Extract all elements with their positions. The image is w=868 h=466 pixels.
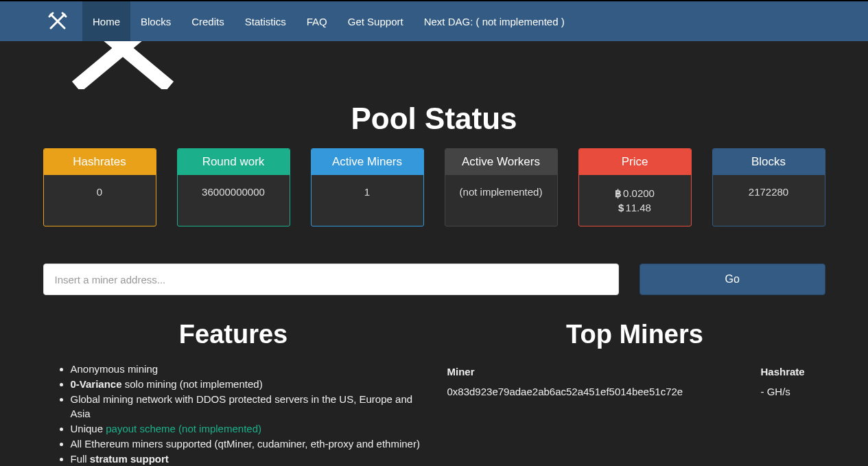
stat-workers-title: Active Workers: [445, 149, 557, 175]
stat-workers: Active Workers (not implemented): [445, 148, 558, 226]
pool-status-title: Pool Status: [43, 102, 825, 136]
stat-blocks-value: 2172280: [713, 175, 825, 209]
hero-logo: [43, 41, 825, 96]
miner-hashrate: - GH/s: [761, 386, 823, 397]
nav-credits[interactable]: Credits: [181, 1, 235, 41]
feature-item: Anonymous mining: [71, 362, 424, 377]
top-miners-title: Top Miners: [445, 320, 825, 349]
table-header-hashrate: Hashrate: [761, 366, 823, 377]
stat-price-title: Price: [579, 149, 691, 175]
dollar-icon: $: [618, 202, 624, 213]
bitcoin-icon: ฿: [615, 187, 622, 199]
features-title: Features: [43, 320, 424, 349]
nav-get-support[interactable]: Get Support: [338, 1, 414, 41]
stat-hashrates-value: 0: [44, 175, 156, 209]
stat-blocks: Blocks 2172280: [712, 148, 825, 226]
brand-logo-icon[interactable]: [43, 6, 73, 36]
stat-workers-value: (not implemented): [445, 175, 557, 209]
feature-item: Unique payout scheme (not implemented): [71, 421, 424, 436]
stat-price-btc: ฿0.0200: [582, 186, 688, 200]
table-row: 0x83d923e79adae2ab6ac52a451ef5014bee51c7…: [445, 382, 825, 401]
stat-miners-value: 1: [312, 175, 423, 209]
stat-hashrates: Hashrates 0: [43, 148, 156, 226]
go-button[interactable]: Go: [640, 264, 825, 295]
stat-roundwork: Round work 36000000000: [177, 148, 290, 226]
feature-item: All Ethereum miners supported (qtMiner, …: [71, 436, 424, 452]
nav-next-dag: Next DAG: ( not implemented ): [414, 1, 575, 41]
miner-address-input[interactable]: [43, 264, 620, 295]
stat-miners: Active Miners 1: [311, 148, 424, 226]
features-section: Features Anonymous mining 0-Variance sol…: [43, 320, 424, 466]
stats-row: Hashrates 0 Round work 36000000000 Activ…: [43, 148, 825, 226]
stat-miners-title: Active Miners: [312, 149, 423, 175]
feature-item: 0-Variance solo mining (not implemented): [71, 377, 424, 392]
feature-item: Full stratum support: [71, 452, 424, 467]
stat-blocks-title: Blocks: [713, 149, 825, 175]
nav-home[interactable]: Home: [82, 1, 130, 41]
nav-faq[interactable]: FAQ: [296, 1, 338, 41]
stat-hashrates-title: Hashrates: [44, 149, 156, 175]
nav-statistics[interactable]: Statistics: [235, 1, 296, 41]
navbar: Home Blocks Credits Statistics FAQ Get S…: [0, 0, 868, 41]
stat-roundwork-value: 36000000000: [178, 175, 290, 209]
stat-price: Price ฿0.0200 $11.48: [578, 148, 692, 226]
miner-address: 0x83d923e79adae2ab6ac52a451ef5014bee51c7…: [447, 386, 761, 397]
stat-roundwork-title: Round work: [178, 149, 290, 175]
search-row: Go: [43, 264, 825, 295]
nav-blocks[interactable]: Blocks: [130, 1, 181, 41]
stat-price-usd: $11.48: [582, 200, 688, 215]
feature-item: Global mining network with DDOS protecte…: [71, 392, 424, 422]
table-header-miner: Miner: [447, 366, 761, 377]
top-miners-section: Top Miners Miner Hashrate 0x83d923e79ada…: [445, 320, 825, 466]
payout-scheme-link[interactable]: payout scheme (not implemented): [106, 423, 261, 434]
